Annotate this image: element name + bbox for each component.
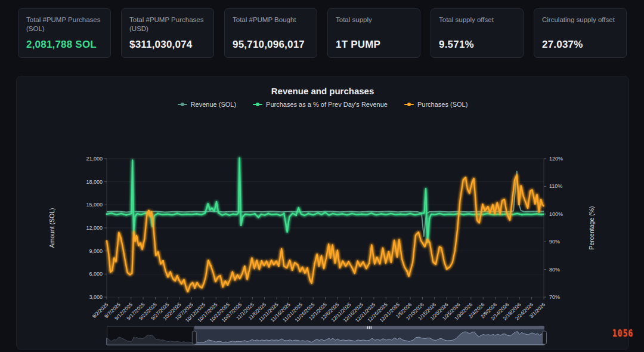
series-marker <box>210 265 212 267</box>
stat-card-label: Total supply <box>336 16 412 24</box>
stat-card-label: Total #PUMP Bought <box>233 16 309 24</box>
series-marker <box>482 203 484 205</box>
series-marker <box>283 212 285 214</box>
series-marker <box>444 214 445 215</box>
legend-label: Purchases (SOL) <box>417 101 467 108</box>
legend-item-purchases-sol[interactable]: Purchases (SOL) <box>404 101 467 108</box>
series-marker <box>267 212 269 214</box>
series-marker <box>521 214 523 215</box>
series-marker <box>227 284 228 286</box>
series-marker <box>261 260 262 262</box>
series-marker <box>145 212 147 214</box>
series-marker <box>348 261 349 263</box>
series-marker <box>324 212 326 214</box>
stat-card-value: 9.571% <box>439 39 515 51</box>
stat-card-label: Circulating supply offset <box>542 16 618 24</box>
stat-card-value: $311,030,074 <box>129 39 206 51</box>
series-marker <box>388 251 389 252</box>
stat-card-label: Total #PUMP Purchases (SOL) <box>26 16 103 33</box>
series-marker <box>518 203 520 205</box>
y-left-tick-label: 21,000 <box>86 156 103 162</box>
navigator-grip-icon[interactable] <box>369 326 370 329</box>
series-marker <box>369 263 370 264</box>
series-marker <box>209 209 211 211</box>
series-marker <box>426 239 428 240</box>
series-marker <box>400 213 401 215</box>
series-marker <box>196 213 197 215</box>
series-marker <box>446 268 448 270</box>
series-marker <box>240 224 242 226</box>
chart-legend: Revenue (SOL) Purchases as a % of Prev D… <box>17 101 628 108</box>
legend-marker-icon <box>404 104 414 105</box>
legend-label: Purchases as a % of Prev Day's Revenue <box>266 101 388 108</box>
navigator-handle-right[interactable] <box>543 331 547 344</box>
stat-card-value: 27.037% <box>542 39 618 51</box>
stat-card-value: 1T PUMP <box>336 39 412 51</box>
series-marker <box>380 213 382 215</box>
series-marker <box>419 213 421 215</box>
y-right-tick-label: 90% <box>549 239 560 245</box>
y-right-tick-label: 100% <box>549 211 563 217</box>
y-right-tick-label: 80% <box>549 267 560 273</box>
legend-item-revenue-sol[interactable]: Revenue (SOL) <box>178 101 236 108</box>
series-marker <box>463 214 465 215</box>
pump-dashboard: Total #PUMP Purchases (SOL) 2,081,788 SO… <box>0 0 644 352</box>
series-marker <box>406 270 408 272</box>
navigator-grip-icon[interactable] <box>367 326 369 329</box>
y-right-tick-label: 120% <box>549 156 563 162</box>
series-marker <box>296 264 298 265</box>
series-marker <box>482 214 484 215</box>
navigator-handle-left[interactable] <box>192 331 196 344</box>
y-left-tick-label: 6,000 <box>89 271 103 277</box>
series-marker <box>106 240 107 242</box>
y-left-tick-label: 9,000 <box>89 248 103 254</box>
series-marker <box>194 287 196 289</box>
series-marker <box>125 214 127 216</box>
stat-card-label: Total supply offset <box>439 16 515 24</box>
series-marker <box>278 265 280 267</box>
legend-marker-icon <box>253 104 262 105</box>
stat-card-purchases-usd: Total #PUMP Purchases (USD) $311,030,074 <box>121 8 214 58</box>
series-marker <box>534 203 536 205</box>
stat-card-value: 95,710,096,017 <box>233 39 309 51</box>
y-right-tick-label: 70% <box>549 294 560 300</box>
series-marker <box>465 177 466 178</box>
y-left-axis-title: Amount (SOL) <box>48 208 55 248</box>
series-marker <box>134 240 136 242</box>
legend-label: Revenue (SOL) <box>191 101 236 108</box>
series-marker <box>254 213 256 215</box>
series-marker <box>162 260 164 262</box>
revenue-purchases-plot[interactable]: 21,00018,00015,00012,0009,0006,0003,0001… <box>17 76 628 350</box>
stats-row: Total #PUMP Purchases (SOL) 2,081,788 SO… <box>18 8 627 58</box>
series-marker <box>244 265 246 267</box>
series-marker <box>218 212 219 214</box>
series-marker <box>178 279 180 281</box>
stat-card-purchases-sol: Total #PUMP Purchases (SOL) 2,081,788 SO… <box>18 8 111 58</box>
navigator-grip-icon[interactable] <box>371 326 372 329</box>
y-right-tick-label: 110% <box>549 183 562 189</box>
series-marker <box>540 214 542 215</box>
stat-card-total-supply-offset: Total supply offset 9.571% <box>431 8 524 58</box>
series-marker <box>342 213 343 215</box>
y-right-axis-title: Percentage (%) <box>588 206 595 250</box>
watermark: 1056 <box>612 328 633 338</box>
series-marker <box>148 209 150 211</box>
y-left-tick-label: 15,000 <box>86 202 103 208</box>
stat-card-pump-bought: Total #PUMP Bought 95,710,096,017 <box>224 8 317 58</box>
y-left-tick-label: 3,000 <box>89 294 103 300</box>
series-marker <box>120 237 122 239</box>
stat-card-value: 2,081,788 SOL <box>26 39 103 51</box>
y-left-tick-label: 18,000 <box>86 179 103 185</box>
stat-card-label: Total #PUMP Purchases (USD) <box>129 16 206 33</box>
legend-item-purchases-percent[interactable]: Purchases as a % of Prev Day's Revenue <box>253 101 388 108</box>
series-marker <box>307 212 309 214</box>
revenue-purchases-chart-card: Revenue and purchases Revenue (SOL) Purc… <box>16 76 629 350</box>
series-marker <box>295 214 297 216</box>
chart-title: Revenue and purchases <box>17 86 628 96</box>
y-left-tick-label: 12,000 <box>86 225 103 231</box>
navigator-unselected-mask[interactable] <box>107 326 194 345</box>
series-revenue-sol <box>107 171 544 236</box>
stat-card-circulating-supply-offset: Circulating supply offset 27.037% <box>534 8 627 58</box>
series-marker <box>157 212 159 214</box>
series-marker <box>361 213 363 215</box>
